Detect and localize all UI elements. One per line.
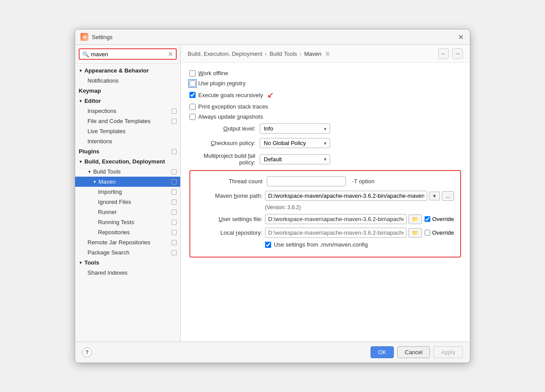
always-update-label: Always update snapshots [198,113,263,120]
close-button[interactable]: ✕ [457,33,465,41]
use-plugin-registry-checkbox[interactable] [189,80,196,87]
thread-count-input[interactable] [267,176,346,186]
search-input-wrap: 🔍 ✕ [79,48,177,60]
user-settings-input[interactable] [265,214,407,224]
triangle-icon-maven: ▼ [93,180,97,184]
repos-badge [171,230,177,235]
app-icon: ⚙ [80,33,88,41]
back-button[interactable]: ← [438,48,449,59]
package-search-badge [171,250,177,255]
breadcrumb-bar: Build, Execution, Deployment › Build Too… [181,45,470,63]
maven-home-input-wrap: ▼ ... [265,191,454,201]
maven-badge [171,179,177,185]
maven-home-dropdown-btn[interactable]: ▼ [429,192,440,200]
local-repo-folder-btn[interactable]: 📁 [408,228,422,238]
plugins-badge [171,149,177,154]
user-settings-override-checkbox[interactable] [425,216,430,222]
output-level-select[interactable]: Info Debug Warn Error [260,123,330,134]
print-exception-label: Print exception stack traces [198,103,268,110]
sidebar-item-live-templates[interactable]: Live Templates [75,126,180,136]
execute-goals-checkbox[interactable] [189,92,196,98]
local-repo-override-wrap: Override [425,229,454,236]
search-box: 🔍 ✕ [75,45,180,64]
sidebar-item-build-tools[interactable]: ▼ Build Tools [75,167,180,177]
use-plugin-registry-row: Use plugin registry [189,80,461,87]
sidebar: 🔍 ✕ ▼ Appearance & Behavior Notification… [75,45,181,341]
work-offline-checkbox[interactable] [189,70,196,76]
breadcrumb-icon: ⊞ [326,51,330,57]
sidebar-item-editor[interactable]: ▼ Editor [75,96,180,106]
local-repo-override-checkbox[interactable] [425,230,430,236]
maven-home-input[interactable] [265,191,427,201]
dialog-footer: ? OK Cancel Apply [75,341,470,363]
print-exception-row: Print exception stack traces [189,103,461,110]
importing-badge [171,189,177,195]
sidebar-item-inspections[interactable]: Inspections [75,106,180,116]
ok-button[interactable]: OK [371,346,394,358]
sidebar-item-keymap[interactable]: Keymap [75,86,180,96]
sidebar-item-build-exec[interactable]: ▼ Build, Execution, Deployment [75,156,180,167]
sidebar-item-package-search[interactable]: Package Search [75,247,180,258]
ignored-badge [171,200,177,205]
maven-home-label: Maven home path: [196,192,262,199]
breadcrumb-actions: ← → [438,48,463,59]
main-content: Build, Execution, Deployment › Build Too… [181,45,470,341]
local-repo-label: Local repository: [196,229,262,236]
apply-button[interactable]: Apply [433,346,463,358]
sidebar-item-maven[interactable]: ▼ Maven [75,177,180,187]
execute-goals-row: Execute goals recursively ↙ [189,90,461,100]
checksum-policy-select[interactable]: No Global Policy Strict Lax Ignore [260,138,330,148]
use-settings-checkbox[interactable] [265,242,271,248]
sidebar-item-importing[interactable]: Importing [75,187,180,197]
user-settings-override-label: Override [432,216,454,222]
print-exception-checkbox[interactable] [189,104,196,110]
sidebar-item-repositories[interactable]: Repositories [75,227,180,237]
red-arrow-icon: ↙ [267,90,274,100]
title-bar: ⚙ Settings ✕ [75,29,470,45]
breadcrumb-part1: Build, Execution, Deployment [188,51,262,57]
output-level-label: Output level: [189,125,255,132]
work-offline-row: Work offline [189,70,461,76]
output-level-row: Output level: Info Debug Warn Error ▼ [189,123,461,134]
always-update-row: Always update snapshots [189,113,461,120]
sidebar-item-running-tests[interactable]: Running Tests [75,217,180,227]
user-settings-input-wrap: 📁 [265,214,422,224]
local-repo-input[interactable] [265,228,407,238]
runner-badge [171,210,177,215]
triangle-icon-build-tools: ▼ [87,170,91,174]
sidebar-item-ignored-files[interactable]: Ignored Files [75,197,180,207]
sidebar-item-appearance[interactable]: ▼ Appearance & Behavior [75,65,180,76]
use-settings-label: Use settings from .mvn/maven.config [274,241,368,248]
nav-tree: ▼ Appearance & Behavior Notifications Ke… [75,64,180,341]
file-code-badge [171,119,177,124]
use-settings-row: Use settings from .mvn/maven.config [265,241,454,248]
running-tests-badge [171,220,177,225]
sidebar-item-file-code-templates[interactable]: File and Code Templates [75,116,180,126]
sidebar-item-plugins[interactable]: Plugins [75,146,180,156]
sidebar-item-intentions[interactable]: Intentions [75,136,180,146]
cancel-button[interactable]: Cancel [397,346,430,358]
search-clear-icon[interactable]: ✕ [168,51,173,58]
settings-dialog: ⚙ Settings ✕ 🔍 ✕ ▼ Appearance & Behavior [75,29,470,363]
forward-button[interactable]: → [452,48,463,59]
sidebar-item-tools[interactable]: ▼ Tools [75,258,180,268]
output-level-select-wrap: Info Debug Warn Error ▼ [260,123,330,134]
always-update-checkbox[interactable] [189,114,196,120]
use-plugin-registry-label: Use plugin registry [198,80,246,87]
sidebar-item-shared-indexes[interactable]: Shared Indexes [75,268,180,278]
search-input[interactable] [91,51,166,58]
maven-version-text: (Version: 3.6.2) [265,204,454,211]
local-repo-row: Local repository: 📁 Override [196,228,454,238]
multiproject-policy-select[interactable]: Default Fail at End Fail Never Fail Fast [260,154,330,164]
help-button[interactable]: ? [82,348,92,357]
sidebar-item-remote-jar[interactable]: Remote Jar Repositories [75,237,180,247]
checksum-policy-label: Checksum policy: [189,140,255,146]
inspections-badge [171,109,177,114]
sidebar-item-runner[interactable]: Runner [75,207,180,217]
breadcrumb-sep1: › [265,51,267,57]
user-settings-folder-btn[interactable]: 📁 [408,214,422,224]
t-option-label: -T option [352,178,374,185]
dialog-body: 🔍 ✕ ▼ Appearance & Behavior Notification… [75,45,470,341]
sidebar-item-notifications[interactable]: Notifications [75,76,180,86]
maven-home-browse-btn[interactable]: ... [442,191,454,201]
